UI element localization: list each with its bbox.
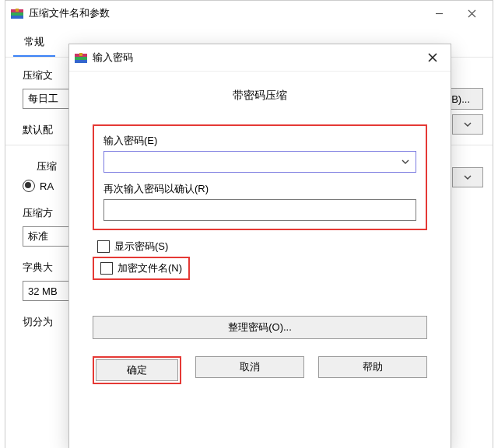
svg-rect-7 bbox=[75, 57, 87, 60]
parent-titlebar: 压缩文件名和参数 bbox=[5, 1, 493, 26]
chevron-down-icon[interactable] bbox=[401, 157, 410, 166]
svg-rect-2 bbox=[11, 12, 23, 16]
password-dialog: 输入密码 带密码压缩 输入密码(E) 再次输入密码以确认(R) bbox=[68, 44, 451, 448]
minimize-button[interactable] bbox=[423, 2, 455, 24]
close-button[interactable] bbox=[455, 2, 488, 24]
modal-titlebar: 输入密码 bbox=[69, 44, 451, 72]
encrypt-filenames-label: 加密文件名(N) bbox=[117, 261, 182, 275]
confirm-password-input[interactable] bbox=[103, 199, 416, 221]
compression-value: 标准 bbox=[28, 229, 48, 243]
archive-name-chevron[interactable] bbox=[452, 114, 483, 135]
dictionary-label: 字典大 bbox=[23, 261, 60, 275]
show-password-checkbox[interactable] bbox=[97, 240, 110, 253]
show-password-label: 显示密码(S) bbox=[114, 240, 168, 254]
enter-password-input[interactable] bbox=[103, 151, 416, 173]
help-button[interactable]: 帮助 bbox=[318, 356, 427, 378]
tab-general[interactable]: 常规 bbox=[13, 30, 55, 57]
encrypt-filenames-checkbox[interactable] bbox=[100, 262, 113, 275]
modal-close-button[interactable] bbox=[419, 47, 446, 68]
split-label: 切分为 bbox=[23, 315, 60, 329]
confirm-password-label: 再次输入密码以确认(R) bbox=[103, 182, 416, 196]
profile-chevron[interactable] bbox=[452, 167, 483, 187]
format-rar-label: RA bbox=[40, 180, 54, 192]
password-group-highlight: 输入密码(E) 再次输入密码以确认(R) bbox=[93, 124, 427, 230]
modal-title: 输入密码 bbox=[93, 51, 419, 65]
archive-name-label: 压缩文 bbox=[23, 68, 60, 82]
ok-button-highlight: 确定 bbox=[93, 356, 181, 384]
parent-title: 压缩文件名和参数 bbox=[29, 6, 423, 20]
svg-rect-9 bbox=[79, 53, 82, 56]
dictionary-value: 32 MB bbox=[28, 285, 58, 297]
archive-name-value: 每日工 bbox=[28, 92, 58, 106]
format-rar-radio[interactable] bbox=[23, 180, 35, 192]
chevron-down-icon bbox=[463, 173, 472, 182]
svg-rect-4 bbox=[16, 9, 19, 12]
ok-button[interactable]: 确定 bbox=[96, 359, 178, 381]
svg-rect-3 bbox=[11, 16, 23, 19]
winrar-icon bbox=[74, 51, 88, 65]
modal-heading: 带密码压缩 bbox=[93, 89, 427, 103]
enter-password-label: 输入密码(E) bbox=[103, 134, 416, 148]
chevron-down-icon bbox=[463, 120, 472, 129]
winrar-icon bbox=[10, 6, 24, 20]
organize-passwords-button[interactable]: 整理密码(O)... bbox=[93, 316, 427, 339]
default-profile-label: 默认配 bbox=[23, 123, 60, 137]
svg-rect-8 bbox=[75, 60, 87, 63]
cancel-button[interactable]: 取消 bbox=[195, 356, 304, 378]
compression-label: 压缩方 bbox=[23, 206, 60, 220]
